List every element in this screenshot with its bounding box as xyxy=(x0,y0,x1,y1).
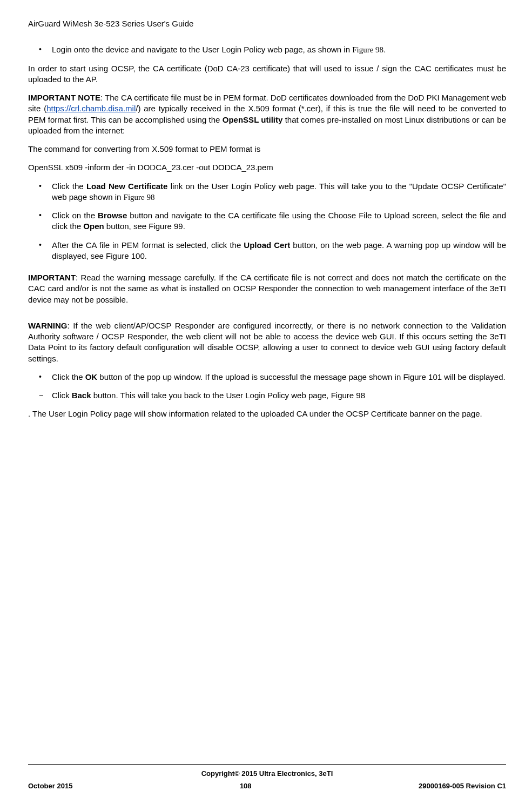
warning-paragraph: WARNING: If the web client/AP/OCSP Respo… xyxy=(28,320,506,364)
important-paragraph: IMPORTANT: Read the warning message care… xyxy=(28,272,506,305)
bullet-list-1: Login onto the device and navigate to th… xyxy=(28,44,506,55)
list-item: Click on the Browse button and navigate … xyxy=(52,210,506,232)
list-item: Login onto the device and navigate to th… xyxy=(52,44,506,55)
page-header: AirGuard WiMesh 3e-523 Series User's Gui… xyxy=(28,18,506,29)
footer-page-number: 108 xyxy=(240,781,252,791)
footer-copyright: Copyright© 2015 Ultra Electronics, 3eTI xyxy=(28,769,506,779)
page-content: Login onto the device and navigate to th… xyxy=(28,44,506,764)
bullet-list-3: Click the OK button of the pop up window… xyxy=(28,372,506,383)
page-footer: Copyright© 2015 Ultra Electronics, 3eTI … xyxy=(28,764,506,791)
doc-title: AirGuard WiMesh 3e-523 Series User's Gui… xyxy=(28,19,193,28)
command-text: OpenSSL x509 -inform der -in DODCA_23.ce… xyxy=(28,162,506,173)
footer-revision: 29000169-005 Revision C1 xyxy=(419,781,506,791)
footer-date: October 2015 xyxy=(28,781,72,791)
bullet-list-2: Click the Load New Certificate link on t… xyxy=(28,181,506,262)
list-item: Click the Load New Certificate link on t… xyxy=(52,181,506,203)
paragraph: The command for converting from X.509 fo… xyxy=(28,144,506,155)
important-note-paragraph: IMPORTANT NOTE: The CA certificate file … xyxy=(28,92,506,136)
dash-list-1: Click Back button. This will take you ba… xyxy=(28,390,506,401)
list-item: Click Back button. This will take you ba… xyxy=(52,390,506,401)
paragraph: In order to start using OCSP, the CA cer… xyxy=(28,63,506,85)
paragraph-indented: . The User Login Policy page will show i… xyxy=(28,408,506,419)
list-item: Click the OK button of the pop up window… xyxy=(52,372,506,383)
pki-url-link[interactable]: https://crl.chamb.disa.mil xyxy=(46,104,136,113)
list-item: After the CA file in PEM format is selec… xyxy=(52,240,506,262)
